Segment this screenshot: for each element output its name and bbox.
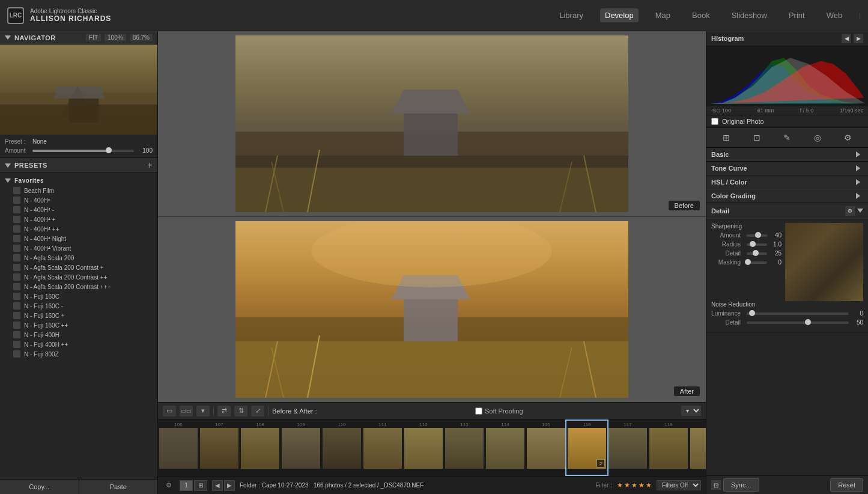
filmstrip-cell[interactable]: 106 [158,421,199,475]
soft-proofing-checkbox[interactable] [475,407,482,415]
preset-item[interactable]: N - 400H⁴ Vibrant [0,243,157,253]
filmstrip-cell[interactable]: 108 [240,421,281,475]
view-side-by-side-btn[interactable]: ▭▭ [180,406,193,416]
preset-item[interactable]: N - 400Hⁿ [0,195,157,205]
preset-item[interactable]: N - Agfa Scala 200 Contrast +++ [0,282,157,291]
main-area: Navigator FIT 100% 86.7% [0,31,868,494]
filmstrip-thumbnail [363,428,402,469]
hsl-section-title: HSL / Color [711,178,747,186]
prev-photo-btn[interactable]: ◀ [212,480,223,491]
sharpening-radius-slider[interactable] [747,243,767,246]
preset-item[interactable]: N - 400H⁴ + [0,215,157,224]
reset-button[interactable]: Reset [830,478,863,492]
filmstrip-cell[interactable]: 1162 [566,421,607,475]
filter-dropdown[interactable]: Filters Off [657,480,701,490]
zoom-pct-btn[interactable]: 86.7% [130,34,153,41]
color-grading-section-header[interactable]: Color Grading [706,189,868,203]
add-preset-button[interactable]: + [147,160,153,170]
histogram-clip-right[interactable]: ▶ [854,34,863,43]
original-photo-checkbox[interactable] [711,118,718,125]
compare-swap-btn[interactable]: ⇅ [234,406,247,416]
filmstrip-cell[interactable]: 113 [444,421,485,475]
sharpening-radius-label: Radius [711,241,744,248]
noise-luminance-slider[interactable] [747,313,849,315]
filmstrip-cell[interactable]: 117 [607,421,648,475]
preset-item[interactable]: N - 400H⁴ - [0,205,157,215]
favorites-group-header[interactable]: Favorites [0,175,157,186]
toolbar-dropdown[interactable]: ▾ [681,406,701,416]
filmstrip-cell[interactable]: 114 [485,421,526,475]
preset-item[interactable]: N - Fuji 160C [0,291,157,301]
star3[interactable]: ★ [631,481,637,489]
nav-book[interactable]: Book [687,8,715,22]
nav-web[interactable]: Web [822,8,848,22]
sharpening-detail-slider[interactable] [747,252,767,255]
sync-icon[interactable]: ⊡ [711,480,721,490]
view-single-mode[interactable]: 1 [180,480,193,491]
preset-item[interactable]: N - Fuji 800Z [0,349,157,359]
preset-item[interactable]: N - Agfa Scala 200 [0,253,157,263]
detail-section-header[interactable]: Detail ⚙ [706,203,868,219]
adjust-tool-btn[interactable]: ⊞ [719,130,733,145]
preset-item[interactable]: Beach Film [0,186,157,195]
nav-map[interactable]: Map [651,8,675,22]
filmstrip-cell[interactable]: 109 [281,421,321,475]
star5[interactable]: ★ [646,481,652,489]
filmstrip-cell[interactable]: 110 [321,421,362,475]
detail-settings-icon[interactable]: ⚙ [845,206,855,216]
preset-item[interactable]: N - 400H⁴ Night [0,234,157,243]
view-grid-mode[interactable]: ⊞ [194,480,207,491]
paste-button[interactable]: Paste [79,480,158,494]
nav-slideshow[interactable]: Slideshow [727,8,772,22]
zoom-fit-btn[interactable]: FIT [86,34,101,41]
filmstrip-cell[interactable]: 115 [526,421,566,475]
compare-expand-btn[interactable]: ⤢ [251,406,264,416]
next-photo-btn[interactable]: ▶ [224,480,235,491]
sharpening-masking-slider[interactable] [747,261,767,264]
nav-develop[interactable]: Develop [600,8,639,22]
tone-curve-section-header[interactable]: Tone Curve [706,162,868,175]
zoom-100-btn[interactable]: 100% [105,34,126,41]
filmstrip-cell[interactable]: 107 [199,421,240,475]
sharpening-amount-label: Amount [711,232,744,239]
amount-slider[interactable] [32,150,134,152]
star2[interactable]: ★ [624,481,630,489]
sync-button[interactable]: Sync... [723,478,759,492]
preset-item[interactable]: N - Fuji 160C + [0,311,157,320]
preset-item[interactable]: N - Fuji 400H [0,330,157,340]
view-single-btn[interactable]: ▭ [163,406,176,416]
noise-luminance-row: Luminance 0 [711,310,863,317]
basic-section-header[interactable]: Basic [706,148,868,162]
presets-collapse-icon[interactable] [5,163,11,168]
preset-item[interactable]: N - Fuji 160C ++ [0,320,157,330]
preset-item[interactable]: N - 400H⁴ ++ [0,224,157,234]
star1[interactable]: ★ [617,481,623,489]
filmstrip-cell[interactable]: 112 [403,421,444,475]
radial-tool-btn[interactable]: ⚙ [841,130,855,145]
filmstrip-cell[interactable]: 118 [648,421,689,475]
compare-arrows-btn[interactable]: ⇄ [217,406,231,416]
hsl-section-header[interactable]: HSL / Color [706,175,868,189]
preset-item[interactable]: N - Agfa Scala 200 Contrast + [0,263,157,272]
preset-item-icon [13,264,20,271]
crop-tool-btn[interactable]: ⊡ [750,130,764,145]
preset-item[interactable]: N - Fuji 400H ++ [0,340,157,349]
copy-button[interactable]: Copy... [0,480,79,494]
filmstrip-number: 109 [297,422,305,427]
view-dropdown-btn[interactable]: ▾ [196,406,210,416]
status-settings-icon[interactable]: ⚙ [163,480,175,492]
filmstrip-cell[interactable]: 119 [689,421,706,475]
nav-print[interactable]: Print [784,8,810,22]
noise-detail-slider[interactable] [747,322,849,324]
sharpening-detail-row: Detail 25 [711,250,782,257]
nav-library[interactable]: Library [554,8,588,22]
sharpening-amount-slider[interactable] [747,234,767,237]
histogram-clip-left[interactable]: ◀ [842,34,851,43]
navigator-collapse-icon[interactable] [5,35,11,40]
filmstrip-cell[interactable]: 111 [362,421,403,475]
star4[interactable]: ★ [639,481,645,489]
heal-tool-btn[interactable]: ✎ [780,130,794,145]
preset-item[interactable]: N - Fuji 160C - [0,301,157,311]
preset-item[interactable]: N - Agfa Scala 200 Contrast ++ [0,272,157,282]
red-eye-tool-btn[interactable]: ◎ [810,130,825,145]
